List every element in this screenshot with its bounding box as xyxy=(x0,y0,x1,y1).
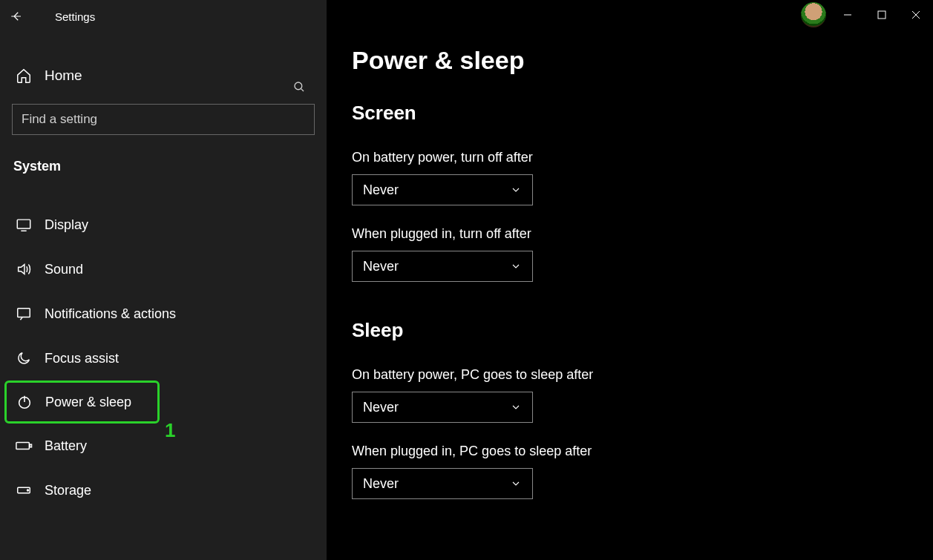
home-icon xyxy=(13,65,34,86)
sidebar-item-label: Power & sleep xyxy=(45,395,131,410)
sidebar-item-notifications[interactable]: Notifications & actions xyxy=(0,291,327,336)
app-title: Settings xyxy=(55,10,95,23)
svg-rect-5 xyxy=(30,444,31,447)
dropdown-value: Never xyxy=(363,476,399,492)
search-input[interactable] xyxy=(12,104,315,135)
sidebar-item-battery[interactable]: Battery xyxy=(0,424,327,468)
sleep-plugged-label: When plugged in, PC goes to sleep after xyxy=(327,423,933,468)
svg-rect-4 xyxy=(16,442,29,449)
screen-battery-dropdown[interactable]: Never xyxy=(352,174,533,205)
arrow-left-icon xyxy=(10,10,23,23)
svg-rect-2 xyxy=(18,309,30,317)
main-panel: Power & sleep Screen On battery power, t… xyxy=(327,0,933,560)
chevron-down-icon xyxy=(510,260,522,272)
dropdown-value: Never xyxy=(363,182,399,198)
battery-icon xyxy=(13,435,34,456)
window-controls xyxy=(801,0,933,30)
power-icon xyxy=(14,392,35,412)
sidebar-item-label: Notifications & actions xyxy=(45,306,176,322)
sidebar-item-label: Battery xyxy=(45,438,87,454)
sidebar-home[interactable]: Home xyxy=(0,55,327,96)
sidebar-item-label: Storage xyxy=(45,483,91,498)
sidebar-list: Display Sound Notifications & actions Fo… xyxy=(0,202,327,513)
back-button[interactable] xyxy=(0,0,33,33)
chevron-down-icon xyxy=(510,184,522,196)
sidebar-item-focus-assist[interactable]: Focus assist xyxy=(0,336,327,381)
avatar[interactable] xyxy=(801,2,826,27)
svg-point-7 xyxy=(27,490,29,491)
storage-icon xyxy=(13,480,34,501)
sidebar-item-storage[interactable]: Storage xyxy=(0,468,327,513)
dropdown-value: Never xyxy=(363,259,399,274)
screen-plugged-label: When plugged in, turn off after xyxy=(327,205,933,251)
screen-battery-label: On battery power, turn off after xyxy=(327,129,933,174)
section-screen-title: Screen xyxy=(327,75,933,129)
section-sleep-title: Sleep xyxy=(327,282,933,346)
svg-rect-8 xyxy=(878,11,885,19)
close-button[interactable] xyxy=(899,0,933,30)
sleep-plugged-dropdown[interactable]: Never xyxy=(352,468,533,499)
moon-icon xyxy=(13,348,34,369)
sidebar-item-label: Sound xyxy=(45,262,83,277)
sound-icon xyxy=(13,259,34,280)
sidebar-item-label: Focus assist xyxy=(45,351,119,366)
sleep-battery-label: On battery power, PC goes to sleep after xyxy=(327,346,933,392)
titlebar: Settings xyxy=(0,0,327,33)
sidebar: Settings Home System Display Sound Notif… xyxy=(0,0,327,560)
sidebar-category: System xyxy=(0,142,327,182)
notifications-icon xyxy=(13,303,34,324)
minimize-button[interactable] xyxy=(831,0,865,30)
maximize-button[interactable] xyxy=(865,0,899,30)
sidebar-item-label: Display xyxy=(45,217,88,233)
dropdown-value: Never xyxy=(363,400,399,415)
sidebar-item-display[interactable]: Display xyxy=(0,202,327,247)
screen-plugged-dropdown[interactable]: Never xyxy=(352,251,533,282)
display-icon xyxy=(13,214,34,235)
sidebar-item-power-sleep[interactable]: Power & sleep xyxy=(4,381,160,424)
sidebar-item-sound[interactable]: Sound xyxy=(0,247,327,291)
search-wrap xyxy=(12,104,315,135)
chevron-down-icon xyxy=(510,478,522,490)
sleep-battery-dropdown[interactable]: Never xyxy=(352,392,533,423)
chevron-down-icon xyxy=(510,401,522,413)
svg-rect-1 xyxy=(17,220,30,228)
home-label: Home xyxy=(45,67,82,84)
